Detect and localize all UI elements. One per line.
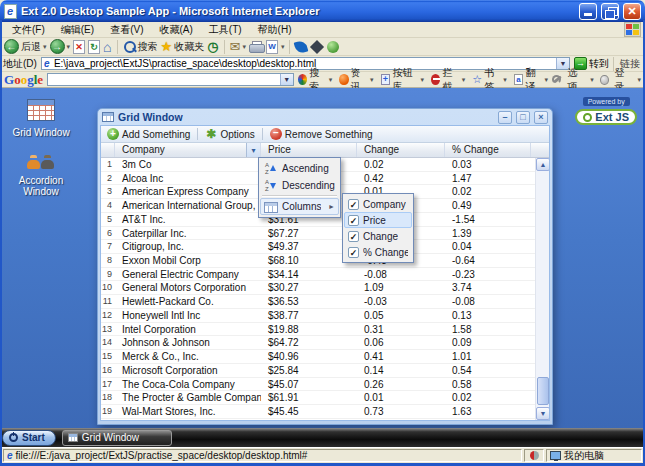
- taskbar-task-grid-window[interactable]: Grid Window: [62, 430, 172, 446]
- print-button[interactable]: [249, 41, 263, 52]
- ie-menu-t[interactable]: 工具(T): [201, 22, 250, 38]
- forward-dropdown-icon[interactable]: ▾: [67, 43, 71, 51]
- table-row[interactable]: 12Honeywell Intl Inc$38.770.050.13: [101, 309, 535, 323]
- window-title: Ext 2.0 Desktop Sample App - Microsoft I…: [21, 5, 575, 17]
- column-menu-trigger[interactable]: [246, 143, 260, 157]
- submenu-item-company[interactable]: Company: [344, 196, 412, 212]
- window-minimize-button[interactable]: –: [498, 111, 512, 124]
- addon-kite-icon[interactable]: [310, 39, 324, 53]
- back-button[interactable]: 后退 ▾: [4, 39, 47, 54]
- scrollbar-thumb[interactable]: [537, 377, 549, 405]
- window-maximize-button[interactable]: □: [516, 111, 530, 124]
- dropdown-arrow-icon[interactable]: ▾: [545, 76, 549, 84]
- table-cell: 0.02: [445, 185, 531, 198]
- table-row[interactable]: 18The Procter & Gamble Company$61.910.01…: [101, 391, 535, 405]
- column-header-company[interactable]: Company: [115, 143, 261, 157]
- extjs-logo[interactable]: Ext JS: [575, 109, 637, 125]
- options-dropdown-icon[interactable]: ▾: [590, 76, 594, 84]
- ie-menu-v[interactable]: 查看(V): [102, 22, 151, 38]
- ie-menu-e[interactable]: 编辑(E): [53, 22, 102, 38]
- minimize-button[interactable]: [579, 3, 597, 20]
- addon-thunder-icon[interactable]: [294, 39, 309, 54]
- column-header-price[interactable]: Price: [261, 143, 357, 157]
- addon-messenger-icon[interactable]: [327, 41, 339, 53]
- table-row[interactable]: 6Caterpillar Inc.$67.270.921.39: [101, 227, 535, 241]
- back-dropdown-icon[interactable]: ▾: [43, 43, 47, 51]
- table-row[interactable]: 10General Motors Corporation$30.271.093.…: [101, 281, 535, 295]
- forward-button[interactable]: ▾: [50, 39, 71, 54]
- table-cell: $61.91: [261, 391, 357, 404]
- extjs-logo-icon: [583, 113, 592, 122]
- column-header-change[interactable]: Change: [357, 143, 445, 157]
- favorites-button[interactable]: ★ 收藏夹: [161, 40, 205, 54]
- task-grid-icon: [68, 433, 78, 442]
- table-cell: $19.88: [261, 323, 357, 336]
- table-row[interactable]: 7Citigroup, Inc.$49.370.020.04: [101, 240, 535, 254]
- table-cell: -0.08: [445, 295, 531, 308]
- start-button[interactable]: Start: [2, 430, 56, 446]
- dropdown-arrow-icon[interactable]: ▾: [420, 76, 424, 84]
- search-label: 搜索: [138, 40, 158, 54]
- table-row[interactable]: 13Intel Corporation$19.880.311.58: [101, 323, 535, 337]
- row-number-cell: 14: [101, 336, 115, 349]
- table-row[interactable]: 14Johnson & Johnson$64.720.060.09: [101, 336, 535, 350]
- desktop-shortcut-accordion-window[interactable]: Accordion Window: [8, 145, 74, 197]
- favorites-label: 收藏夹: [174, 40, 204, 54]
- signin-dropdown-icon[interactable]: ▾: [637, 76, 641, 84]
- refresh-button[interactable]: [88, 40, 100, 54]
- sort-ascending-icon: [264, 162, 278, 176]
- history-button[interactable]: ◷: [207, 40, 218, 54]
- scroll-down-icon[interactable]: ▼: [536, 407, 550, 420]
- table-row[interactable]: 16Microsoft Corporation$25.840.140.54: [101, 364, 535, 378]
- table-cell: 0.03: [445, 158, 531, 171]
- window-close-button[interactable]: ×: [534, 111, 548, 124]
- ie-menu-a[interactable]: 收藏(A): [151, 22, 200, 38]
- table-row[interactable]: 9General Electric Company$34.14-0.08-0.2…: [101, 268, 535, 282]
- table-cell: 1.09: [357, 281, 445, 294]
- add-something-button[interactable]: Add Something: [105, 128, 192, 140]
- google-search-input[interactable]: [48, 74, 280, 85]
- submenu-item-price[interactable]: Price: [344, 212, 412, 228]
- table-row[interactable]: 15Merck & Co., Inc.$40.960.411.01: [101, 350, 535, 364]
- menu-item-columns[interactable]: Columns►: [260, 198, 339, 215]
- column-header-change[interactable]: % Change: [445, 143, 531, 157]
- submenu-item-change[interactable]: % Change: [344, 244, 412, 260]
- grid-window-titlebar[interactable]: Grid Window – □ ×: [98, 109, 552, 125]
- dropdown-arrow-icon[interactable]: ▾: [462, 76, 466, 84]
- table-cell: 0.31: [357, 323, 445, 336]
- table-row[interactable]: 19Wal-Mart Stores, Inc.$45.450.731.63: [101, 405, 535, 419]
- desktop-shortcut-grid-window[interactable]: Grid Window: [8, 99, 74, 138]
- table-cell: 0.06: [357, 336, 445, 349]
- edit-dropdown-icon[interactable]: ▾: [281, 43, 285, 51]
- restore-button[interactable]: [601, 3, 619, 20]
- options-button[interactable]: Options: [203, 128, 256, 140]
- grid-scrollbar[interactable]: ▲ ▼: [535, 158, 549, 420]
- dropdown-arrow-icon[interactable]: ▾: [370, 76, 374, 84]
- search-button[interactable]: 搜索: [123, 40, 158, 54]
- dropdown-arrow-icon[interactable]: ▾: [503, 76, 507, 84]
- menu-item-sort-descending[interactable]: Descending: [260, 177, 339, 194]
- edit-with-word-button[interactable]: [266, 40, 278, 54]
- menu-item-sort-ascending[interactable]: Ascending: [260, 160, 339, 177]
- google-search-dropdown-icon[interactable]: ▼: [280, 74, 293, 85]
- ie-menu-h[interactable]: 帮助(H): [250, 22, 300, 38]
- my-computer-icon: [550, 451, 561, 460]
- dropdown-arrow-icon[interactable]: ▾: [329, 76, 333, 84]
- close-button[interactable]: [623, 3, 641, 20]
- table-row[interactable]: 17The Coca-Cola Company$45.070.260.58: [101, 378, 535, 392]
- table-cell: 0.09: [445, 336, 531, 349]
- stop-button[interactable]: [73, 40, 85, 54]
- table-row[interactable]: 8Exxon Mobil Corp$68.10-0.43-0.64: [101, 254, 535, 268]
- remove-something-button[interactable]: Remove Something: [268, 128, 375, 140]
- ie-menu-f[interactable]: 文件(F): [4, 22, 53, 38]
- ext-desktop: Powered by Ext JS Grid WindowAccordion W…: [0, 88, 645, 428]
- home-button[interactable]: ⌂: [103, 40, 111, 54]
- table-cell: $45.07: [261, 378, 357, 391]
- submenu-item-change[interactable]: Change: [344, 228, 412, 244]
- mail-button[interactable]: ✉ ▾: [230, 40, 246, 54]
- table-cell: 0.58: [445, 378, 531, 391]
- mail-dropdown-icon[interactable]: ▾: [242, 43, 246, 51]
- scroll-up-icon[interactable]: ▲: [536, 158, 550, 171]
- table-cell: 0.02: [445, 391, 531, 404]
- table-row[interactable]: 11Hewlett-Packard Co.$36.53-0.03-0.08: [101, 295, 535, 309]
